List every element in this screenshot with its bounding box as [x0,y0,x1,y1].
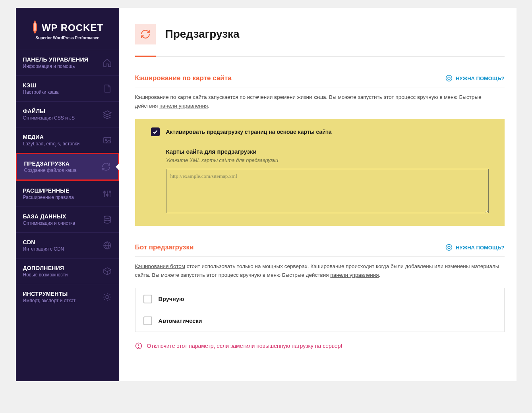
nav-title: БАЗА ДАННЫХ [23,213,103,220]
help-label: НУЖНА ПОМОЩЬ? [456,245,505,251]
db-icon [103,215,112,224]
nav-item-5[interactable]: РАСШИРЕННЫЕРасширенные правила [16,181,119,206]
logo-tagline: Superior WordPress Performance [24,36,111,40]
nav-title: ИНСТРУМЕНТЫ [23,291,103,297]
sitemap-desc: Кэширование по карте сайта запускается п… [135,93,505,110]
box-icon [103,266,112,276]
logo: WP ROCKET Superior WordPress Performance [16,8,119,50]
svg-point-11 [106,295,109,299]
nav-item-3[interactable]: МЕДИАLazyLoad, emojis, вставки [16,127,119,153]
svg-point-2 [105,139,107,141]
sidebar: WP ROCKET Superior WordPress Performance… [16,8,119,381]
sitemap-textarea[interactable] [166,169,489,213]
nav-title: КЭШ [23,82,103,89]
sliders-icon [103,189,112,199]
svg-point-18 [138,347,139,348]
nav-sub: Расширенные правила [23,195,103,200]
sitemap-title: Кэширование по карте сайта [135,74,232,82]
sitemap-section: Кэширование по карте сайта НУЖНА ПОМОЩЬ?… [135,74,505,226]
file-icon [103,84,112,93]
bot-options: Вручную Автоматически [135,288,505,332]
nav-item-2[interactable]: ФАЙЛЫОптимизация CSS и JS [16,101,119,127]
tool-icon [103,292,112,302]
svg-point-14 [446,245,452,251]
nav-title: ПРЕДЗАГРУЗКА [24,160,101,167]
nav-sub: Интеграция с CDN [23,246,103,252]
nav-sub: Новые возможности [23,272,103,278]
nav-item-8[interactable]: ДОПОЛНЕНИЯНовые возможности [16,258,119,284]
page-header: Предзагрузка [135,24,505,57]
nav-title: ФАЙЛЫ [23,108,103,114]
nav-title: ПАНЕЛЬ УПРАВЛЕНИЯ [23,56,103,63]
activate-sitemap-label: Активировать предзагрузку страниц на осн… [166,129,332,135]
nav-sub: Оптимизация CSS и JS [23,115,103,121]
nav-item-9[interactable]: ИНСТРУМЕНТЫИмпорт, экспорт и откат [16,284,119,310]
bot-desc: Кэширования ботом стоит использовать тол… [135,262,505,279]
bot-title: Бот предзагрузки [135,243,194,251]
nav-title: МЕДИА [23,134,103,140]
sitemap-highlight-box: Активировать предзагрузку страниц на осн… [135,119,505,226]
bot-cache-link[interactable]: Кэширования ботом [135,263,186,269]
svg-point-12 [446,75,452,81]
help-link-bot[interactable]: НУЖНА ПОМОЩЬ? [445,244,505,251]
svg-point-15 [448,246,450,249]
bot-warning-text: Отключите этот параметр, если заметили п… [147,343,342,349]
nav-title: CDN [23,239,103,245]
manual-checkbox[interactable] [143,295,152,303]
auto-label: Автоматически [159,318,202,324]
logo-brand: WP ROCKET [42,22,103,33]
rocket-icon [31,20,39,36]
bot-warning: Отключите этот параметр, если заметили п… [135,342,505,349]
svg-point-9 [104,216,110,218]
bot-section: Бот предзагрузки НУЖНА ПОМОЩЬ? Кэширован… [135,243,505,349]
nav-sub: Информация и помощь [23,64,103,69]
nav-item-7[interactable]: CDNИнтеграция с CDN [16,232,119,258]
page-title: Предзагрузка [165,28,240,41]
preload-icon [101,162,111,172]
nav-title: РАСШИРЕННЫЕ [23,187,103,194]
dashboard-link[interactable]: панели управления [159,103,208,109]
svg-point-13 [448,77,450,79]
nav-title: ДОПОЛНЕНИЯ [23,265,103,271]
nav-sub: Создание файлов кэша [24,168,101,173]
main-content: Предзагрузка Кэширование по карте сайта … [119,8,517,381]
nav-item-4[interactable]: ПРЕДЗАГРУЗКАСоздание файлов кэша [16,153,119,181]
globe-icon [103,241,112,250]
sitemap-sub-hint: Укажите XML карты сайта для предзагрузки [166,157,489,163]
svg-marker-0 [103,111,111,115]
help-link-sitemap[interactable]: НУЖНА ПОМОЩЬ? [445,75,505,82]
manual-label: Вручную [159,296,184,302]
nav-sub: Импорт, экспорт и откат [23,298,103,303]
layers-icon [103,110,112,119]
home-icon [103,58,112,68]
nav-item-1[interactable]: КЭШНастройки кэша [16,75,119,101]
sitemap-sub-title: Карты сайта для предзагрузки [166,148,489,155]
nav-item-6[interactable]: БАЗА ДАННЫХОптимизация и очистка [16,206,119,232]
nav-sub: LazyLoad, emojis, вставки [23,141,103,147]
nav-sub: Оптимизация и очистка [23,220,103,226]
activate-sitemap-checkbox[interactable] [151,127,160,136]
nav-item-0[interactable]: ПАНЕЛЬ УПРАВЛЕНИЯИнформация и помощь [16,50,119,75]
preload-icon [135,24,156,44]
nav-sub: Настройки кэша [23,89,103,95]
auto-checkbox[interactable] [143,317,152,325]
image-icon [103,135,112,145]
dashboard-link-2[interactable]: панели управления [330,272,379,278]
help-label: НУЖНА ПОМОЩЬ? [456,75,505,81]
